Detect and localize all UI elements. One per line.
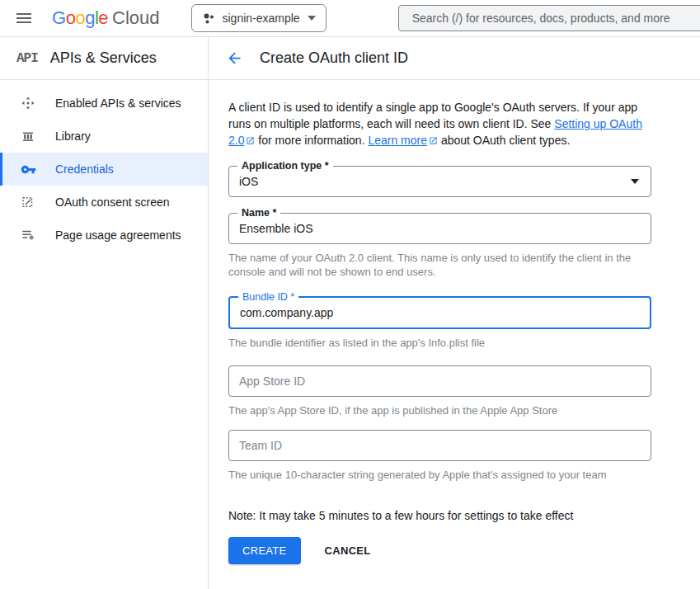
agreements-icon [20, 227, 36, 243]
project-name: signin-example [223, 12, 300, 25]
bundle-id-helper-text: The bundle identifier as listed in the a… [228, 336, 641, 350]
intro-text: about OAuth client types. [438, 134, 570, 147]
top-header: G o o g l e Cloud signin-example [0, 0, 700, 37]
team-id-helper-text: The unique 10-character string generated… [228, 468, 641, 482]
name-label: Name * [237, 207, 280, 219]
sidebar-item-enabled-apis[interactable]: Enabled APIs & services [0, 87, 208, 120]
google-cloud-logo: G o o g l e Cloud [52, 7, 160, 29]
logo-letter: g [85, 7, 95, 29]
sidebar-item-label: Enabled APIs & services [55, 97, 181, 110]
search-input[interactable] [399, 6, 700, 31]
chevron-down-icon [308, 16, 316, 21]
form-actions: CREATE CANCEL [228, 537, 651, 564]
main-content: A client ID is used to identify a single… [209, 80, 700, 589]
application-type-select[interactable]: Application type * iOS [228, 166, 651, 197]
apps-icon [20, 95, 36, 111]
key-icon [20, 161, 36, 177]
sidebar-title: APIs & Services [50, 49, 157, 67]
sidebar-item-credentials[interactable]: Credentials [0, 153, 208, 186]
external-link-icon [429, 133, 438, 149]
library-icon [20, 128, 36, 144]
api-icon: API [16, 51, 38, 66]
logo-letter: o [66, 7, 76, 29]
oauth-client-form: Application type * iOS Name * The name o… [228, 166, 651, 564]
logo-letter: o [75, 7, 85, 29]
page-header: Create OAuth client ID [209, 37, 700, 79]
sidebar-item-label: Library [55, 130, 91, 143]
app-store-id-field [228, 365, 651, 397]
intro-paragraph: A client ID is used to identify a single… [228, 99, 654, 149]
bundle-id-field: Bundle ID * [228, 296, 651, 329]
sidebar-item-library[interactable]: Library [0, 120, 208, 153]
application-type-value: iOS [239, 175, 258, 188]
application-type-label: Application type * [237, 160, 333, 172]
learn-more-link[interactable]: Learn more [368, 134, 427, 147]
app-store-id-helper-text: The app's App Store ID, if the app is pu… [228, 403, 641, 417]
sidebar-header: API APIs & Services [0, 37, 209, 79]
team-id-field [228, 430, 651, 461]
sidebar-item-label: Credentials [55, 163, 114, 176]
settings-note: Note: It may take 5 minutes to a few hou… [228, 509, 651, 522]
logo-cloud-text: Cloud [112, 7, 159, 29]
hamburger-menu-icon[interactable] [16, 8, 36, 28]
consent-screen-icon [20, 194, 36, 210]
project-icon [202, 12, 215, 25]
name-input[interactable] [229, 214, 651, 243]
back-arrow-icon[interactable] [224, 49, 244, 68]
sidebar-nav: Enabled APIs & services Library Creden [0, 80, 209, 589]
bundle-id-label: Bundle ID * [238, 291, 298, 303]
logo-letter: e [98, 7, 108, 29]
external-link-icon [246, 133, 255, 149]
sidebar-item-page-usage[interactable]: Page usage agreements [0, 219, 208, 252]
name-field: Name * [228, 213, 651, 244]
sidebar-item-oauth-consent[interactable]: OAuth consent screen [0, 186, 208, 219]
app-store-id-input[interactable] [229, 366, 651, 396]
name-helper-text: The name of your OAuth 2.0 client. This … [228, 251, 641, 279]
search-bar[interactable] [398, 5, 700, 31]
logo-letter: G [52, 7, 66, 29]
sidebar-item-label: OAuth consent screen [55, 196, 170, 209]
section-header-row: API APIs & Services Create OAuth client … [0, 37, 700, 80]
cancel-button[interactable]: CANCEL [325, 544, 371, 557]
page-title: Create OAuth client ID [260, 49, 408, 67]
intro-text: for more information. [255, 134, 368, 147]
project-selector[interactable]: signin-example [191, 4, 327, 32]
dropdown-arrow-icon [631, 179, 639, 184]
team-id-input[interactable] [229, 431, 651, 460]
create-button[interactable]: CREATE [228, 537, 301, 564]
sidebar-item-label: Page usage agreements [55, 229, 181, 242]
